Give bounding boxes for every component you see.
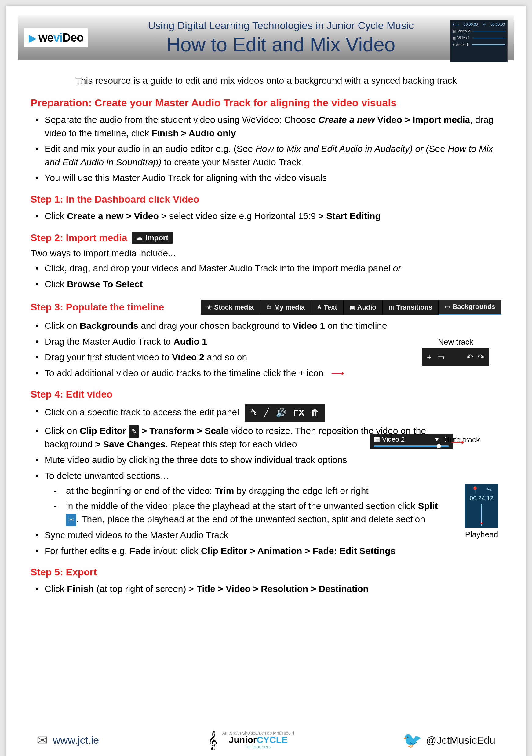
volume-icon[interactable]: 🔊 [276, 407, 287, 419]
step2-list: Click, drag, and drop your videos and Ma… [31, 261, 501, 291]
footer-website: ✉ www.jct.ie [37, 733, 99, 748]
tab-backgrounds[interactable]: ▭Backgrounds [439, 300, 501, 315]
audio-icon: ▣ [350, 304, 355, 311]
add-track-button[interactable]: + [427, 353, 432, 362]
undo-button[interactable]: ↶ [467, 353, 473, 362]
banner-titles: Using Digital Learning Technologies in J… [97, 19, 508, 56]
list-item: Click Finish (at top right of screen) > … [45, 582, 501, 596]
cloud-upload-icon: ☁ [136, 234, 142, 242]
mail-icon: ✉ [37, 733, 48, 748]
treble-clef-icon: 𝄞 [208, 730, 217, 750]
clip-editor-icon[interactable]: ✎ [250, 407, 257, 419]
timecode-left: 00:00:00 [464, 22, 478, 27]
step4-sublist: at the beginning or end of the video: Tr… [45, 484, 440, 526]
list-item: You will use this Master Audio Track for… [45, 171, 501, 185]
new-track-callout: New track + ▭ ↶ ↷ [422, 338, 489, 366]
list-item: To delete unwanted sections… at the begi… [45, 469, 440, 526]
step2-heading-text: Step 2: Import media [31, 232, 127, 244]
twitter-icon: 🐦 [403, 731, 422, 749]
logo-text: weviDeo [38, 31, 83, 44]
play-icon: ▶ [29, 32, 37, 44]
banner-title: How to Edit and Mix Video [97, 33, 465, 56]
transitions-icon: ◫ [389, 304, 394, 311]
tab-my-media[interactable]: 🗀My media [260, 300, 311, 315]
step5-list: Click Finish (at top right of screen) > … [31, 582, 501, 596]
thumb-track: ♪ Audio 1 [452, 42, 505, 47]
tab-text[interactable]: AText [311, 300, 343, 315]
content: This resource is a guide to edit and mix… [18, 60, 514, 604]
list-item: Click, drag, and drop your videos and Ma… [45, 261, 501, 275]
timeline-thumbnail: + ▭ 00:00:00 ✂ 00:10:00 ▦ Video 2 ▦ Vide… [449, 19, 508, 62]
folder-icon: 🗀 [266, 304, 272, 310]
step3-heading-text: Step 3: Populate the timeline [31, 302, 164, 313]
page: ▶ weviDeo Using Digital Learning Technol… [6, 6, 526, 756]
list-item: For further edits e.g. Fade in/out: clic… [45, 544, 440, 558]
fx-icon[interactable]: FX [293, 407, 304, 419]
list-item: Click on Backgrounds and drag your chose… [45, 319, 397, 333]
list-item: Click Create a new > Video > select vide… [45, 209, 501, 223]
split-icon-button[interactable]: ✂ [66, 514, 76, 526]
list-item: Click Browse To Select [45, 278, 501, 291]
arrow-icon: ⟶ [331, 368, 344, 378]
header-banner: ▶ weviDeo Using Digital Learning Technol… [18, 15, 514, 60]
trash-icon[interactable]: 🗑 [311, 407, 319, 419]
cut-icon[interactable]: ╱ [264, 407, 269, 419]
scissors-icon: ✂ [483, 22, 486, 27]
playhead-line [481, 504, 482, 526]
new-track-toolbar: + ▭ ↶ ↷ [422, 348, 489, 366]
step1-list: Click Create a new > Video > select vide… [31, 209, 501, 223]
track-layout-icon[interactable]: ▭ [437, 353, 445, 362]
marker-icon: 📍 [471, 486, 479, 494]
track-name: Video 2 [382, 435, 405, 443]
tab-audio[interactable]: ▣Audio [343, 300, 383, 315]
chevron-down-icon[interactable]: ▾ [435, 435, 439, 443]
thumb-track: ▦ Video 2 [452, 29, 505, 33]
list-item: Separate the audio from the student vide… [45, 113, 501, 140]
import-label: Import [146, 233, 168, 242]
list-item: Sync muted videos to the Master Audio Tr… [45, 528, 440, 542]
logo-deo: Deo [62, 31, 83, 44]
mute-track-label: Mute track [443, 435, 480, 444]
step3-list: Click on Backgrounds and drag your chose… [31, 319, 397, 380]
import-button[interactable]: ☁ Import [132, 231, 173, 244]
playhead-label: Playhead [465, 530, 498, 539]
text-icon: A [317, 304, 321, 310]
redo-button[interactable]: ↷ [478, 353, 484, 362]
list-item: Drag the Master Audio Track to Audio 1 [45, 335, 397, 348]
list-item: Drag your first student video to Video 2… [45, 350, 397, 364]
playhead-timecode: 00:24:12 [467, 495, 496, 502]
track-options-callout: ▦ Video 2 ▾ ⋮ ⟶ Mute track [370, 434, 453, 449]
list-item: in the middle of the video: place the pl… [66, 499, 440, 526]
step2-note: Two ways to import media include... [31, 248, 501, 258]
section-heading-step3: Step 3: Populate the timeline ★Stock med… [31, 300, 501, 315]
list-item: at the beginning or end of the video: Tr… [66, 484, 440, 498]
wevideo-logo: ▶ weviDeo [24, 28, 88, 47]
section-heading-step5: Step 5: Export [31, 567, 501, 578]
star-icon: ★ [207, 304, 212, 311]
volume-slider[interactable] [374, 445, 449, 447]
step4-list: Click on a specific track to access the … [31, 404, 440, 557]
list-item: Edit and mix your audio in an audio edit… [45, 142, 501, 169]
backgrounds-icon: ▭ [445, 304, 450, 310]
playhead-box: 📍 ✂ 00:24:12 [465, 484, 498, 528]
track-chip: ▦ Video 2 ▾ ⋮ [370, 434, 453, 449]
list-item: Click on a specific track to access the … [45, 404, 440, 422]
footer: ✉ www.jct.ie 𝄞 An tSraith Shóisearach do… [18, 730, 514, 750]
playhead-callout: 📍 ✂ 00:24:12 Playhead [465, 484, 498, 539]
media-tabs: ★Stock media 🗀My media AText ▣Audio ◫Tra… [201, 300, 501, 315]
tab-stock-media[interactable]: ★Stock media [201, 300, 260, 315]
list-item: To add additional video or audio tracks … [45, 366, 397, 380]
website-link[interactable]: www.jct.ie [53, 734, 99, 746]
footer-twitter: 🐦 @JctMusicEdu [403, 731, 495, 749]
list-item: Mute video audio by clicking the three d… [45, 453, 440, 467]
logo-we: we [38, 31, 53, 44]
jc-sub: for teachers [245, 744, 271, 749]
prep-list: Separate the audio from the student vide… [31, 113, 501, 185]
new-track-label: New track [438, 338, 473, 347]
scissors-icon: ✂ [487, 486, 492, 494]
clip-editor-icon-button[interactable]: ✎ [129, 425, 139, 438]
twitter-handle[interactable]: @JctMusicEdu [426, 734, 495, 746]
section-heading-step2: Step 2: Import media ☁ Import [31, 231, 501, 244]
banner-subtitle: Using Digital Learning Technologies in J… [97, 19, 465, 32]
tab-transitions[interactable]: ◫Transitions [383, 300, 439, 315]
